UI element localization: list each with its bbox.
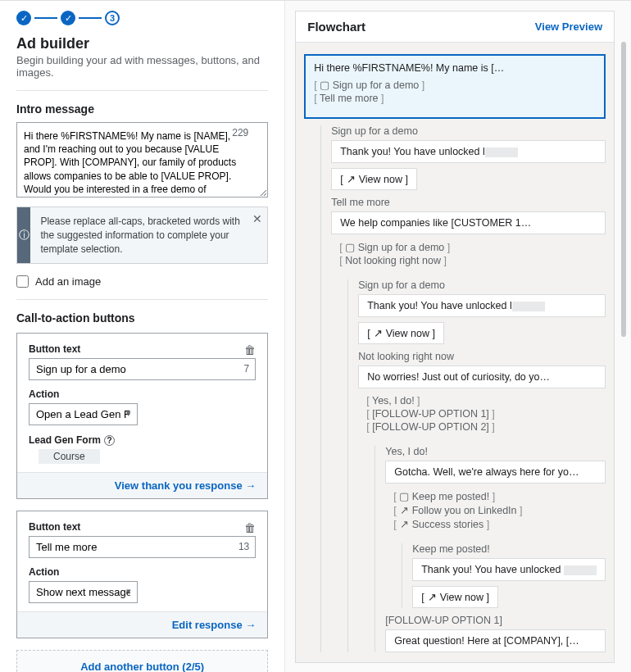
intro-section-label: Intro message (16, 90, 268, 116)
step-3-current: 3 (105, 11, 120, 25)
info-banner-text: Please replace all-caps, bracketed words… (30, 207, 267, 263)
leadgen-label: Lead Gen Form ? (29, 434, 115, 446)
page-title: Ad builder (16, 35, 268, 52)
flow-node[interactable]: Thank you! You have unlocked (412, 558, 606, 581)
step-1-done: ✓ (16, 11, 31, 25)
flow-branch-label: [FOLLOW-UP OPTION 1] (385, 615, 606, 626)
external-icon: ↗ (427, 591, 437, 603)
intro-message-textarea[interactable]: Hi there %FIRSTNAME%! My name is [NAME],… (16, 122, 268, 198)
flow-opt: [FOLLOW-UP OPTION 2] (366, 421, 606, 433)
flow-opt: Not looking right now (339, 255, 606, 266)
flow-node[interactable]: Great question! Here at [COMPANY], [… (385, 629, 606, 652)
action-label-1: Action (29, 388, 256, 400)
flow-node-opt[interactable]: [ ↗ View now ] (412, 586, 498, 608)
flow-node[interactable]: Thank you! You have unlocked l (358, 294, 606, 317)
form-icon: ▢ (345, 241, 355, 253)
flow-node[interactable]: Gotcha. Well, we're always here for yo… (385, 461, 606, 484)
flow-opt: ↗ Follow you on LinkedIn (393, 504, 606, 516)
flow-branch-label: Keep me posted! (412, 543, 606, 555)
help-icon[interactable]: ? (104, 435, 115, 446)
cta-button-card-1: Button text 🗑 7 Action Open a Lead Gen F… (16, 333, 268, 499)
leadgen-value[interactable]: Course (39, 449, 100, 464)
button-text-input-1[interactable] (29, 358, 256, 380)
flow-opt: [FOLLOW-UP OPTION 1] (366, 408, 606, 420)
flow-root-card[interactable]: Hi there %FIRSTNAME%! My name is [… ▢ Si… (304, 54, 606, 119)
step-2-done: ✓ (61, 11, 75, 25)
flow-opt: ▢ Sign up for a demo (339, 241, 606, 253)
flow-node-opt[interactable]: [ ↗ View now ] (358, 322, 444, 344)
form-icon: ▢ (399, 490, 409, 502)
action-label-2: Action (29, 566, 256, 578)
external-icon: ↗ (373, 327, 383, 339)
flow-node[interactable]: We help companies like [CUSTOMER 1… (331, 211, 606, 234)
flowchart-canvas: Hi there %FIRSTNAME%! My name is [… ▢ Si… (296, 43, 614, 662)
flow-branch-label: Tell me more (331, 197, 606, 208)
cta-section-label: Call-to-action buttons (16, 311, 268, 325)
button-text-input-2[interactable] (29, 536, 256, 558)
button-text-count-1: 7 (244, 363, 250, 375)
flow-opt: ↗ Success stories (393, 518, 606, 530)
button-text-label: Button text (29, 343, 80, 355)
flow-branch-label: Sign up for a demo (331, 125, 606, 137)
flow-opt: Yes, I do! (366, 395, 606, 406)
info-banner: ⓘ Please replace all-caps, bracketed wor… (16, 207, 268, 264)
flow-opt: Tell me more (314, 93, 596, 104)
step-connector (79, 17, 102, 19)
action-select-1[interactable]: Open a Lead Gen Form (29, 403, 138, 425)
flow-opt: ▢ Sign up for a demo (314, 79, 596, 91)
flow-branch-label: Not looking right now (358, 351, 606, 362)
delete-button-2[interactable]: 🗑 (244, 521, 256, 534)
progress-steps: ✓ ✓ 3 (16, 11, 268, 25)
edit-response-link[interactable]: Edit response → (172, 619, 256, 631)
external-icon: ↗ (346, 173, 356, 185)
scrollbar[interactable] (621, 42, 626, 337)
form-icon: ▢ (320, 79, 329, 91)
view-preview-link[interactable]: View Preview (535, 20, 602, 33)
flow-branch-label: Sign up for a demo (358, 279, 606, 291)
flow-node[interactable]: Thank you! You have unlocked l (331, 140, 606, 163)
flow-branch-label: Yes, I do! (385, 446, 606, 457)
flow-node-opt[interactable]: [ ↗ View now ] (331, 168, 417, 190)
flowchart-title: Flowchart (307, 20, 365, 34)
delete-button-1[interactable]: 🗑 (244, 343, 256, 356)
add-image-checkbox[interactable] (16, 275, 29, 288)
flow-opt: ▢ Keep me posted! (393, 490, 606, 502)
cta-button-card-2: Button text 🗑 13 Action Show next messag… (16, 511, 268, 638)
external-icon: ↗ (399, 518, 409, 530)
info-close-button[interactable]: ✕ (252, 212, 262, 225)
button-text-label-2: Button text (29, 521, 80, 533)
button-text-count-2: 13 (238, 541, 249, 552)
action-select-2[interactable]: Show next message (29, 581, 138, 603)
page-subtitle: Begin building your ad with messages, bu… (16, 54, 268, 79)
add-image-label[interactable]: Add an image (35, 275, 101, 288)
intro-char-count: 229 (232, 127, 248, 138)
info-icon: ⓘ (19, 228, 30, 243)
external-icon: ↗ (399, 504, 409, 516)
view-thank-you-link[interactable]: View thank you response → (115, 479, 256, 492)
add-another-button[interactable]: Add another button (2/5) (16, 650, 268, 672)
step-connector (34, 17, 57, 19)
flow-node[interactable]: No worries! Just out of curiosity, do yo… (358, 366, 606, 388)
